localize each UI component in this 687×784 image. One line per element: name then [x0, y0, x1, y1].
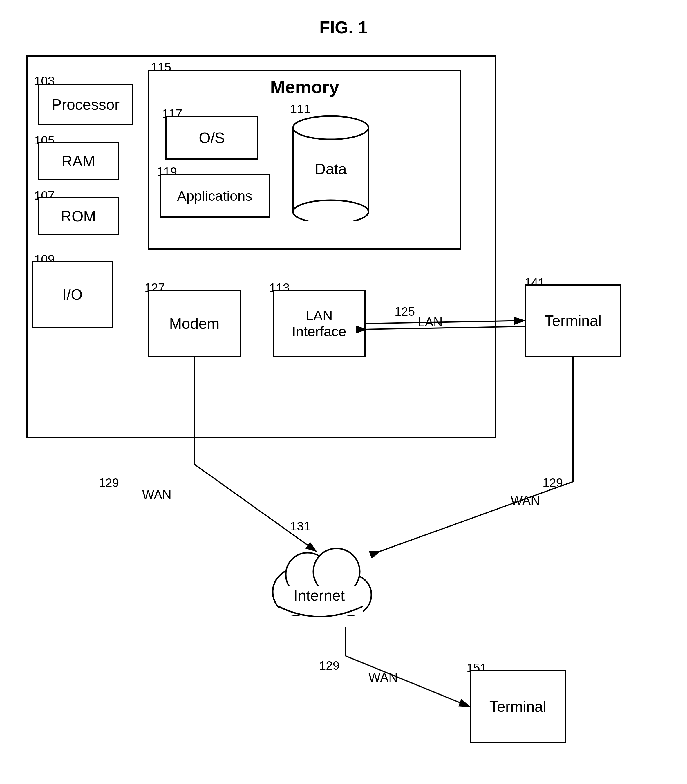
- svg-line-20: [345, 656, 469, 707]
- lan-interface-box: LAN Interface: [273, 290, 366, 357]
- io-box: I/O: [32, 261, 113, 328]
- ref-125: 125: [394, 305, 415, 319]
- lan-label: LAN: [418, 315, 443, 329]
- ref-129a: 129: [99, 476, 119, 490]
- wan-label-modem: WAN: [142, 488, 171, 502]
- terminal-141-box: Terminal: [525, 284, 621, 357]
- svg-line-18: [380, 482, 573, 551]
- diagram: FIG. 1 101 103 Processor 105 RAM 107 ROM…: [0, 0, 687, 784]
- ref-129c: 129: [319, 659, 339, 672]
- svg-text:Data: Data: [315, 161, 347, 177]
- data-cylinder: Data: [290, 110, 371, 220]
- svg-text:Internet: Internet: [294, 587, 345, 604]
- wan-label-terminal141: WAN: [511, 493, 540, 508]
- figure-title: FIG. 1: [319, 17, 368, 38]
- ref-129b: 129: [542, 476, 563, 490]
- memory-title: Memory: [149, 71, 460, 97]
- applications-box: Applications: [159, 174, 270, 218]
- internet-cloud: Internet: [258, 528, 380, 627]
- processor-box: Processor: [38, 84, 133, 125]
- terminal-151-box: Terminal: [470, 670, 566, 743]
- svg-point-2: [293, 116, 368, 139]
- modem-box: Modem: [148, 290, 241, 357]
- rom-box: ROM: [38, 197, 119, 235]
- svg-point-1: [293, 200, 368, 220]
- os-box: O/S: [165, 116, 258, 159]
- ram-box: RAM: [38, 142, 119, 180]
- wan-label-terminal151: WAN: [368, 670, 398, 685]
